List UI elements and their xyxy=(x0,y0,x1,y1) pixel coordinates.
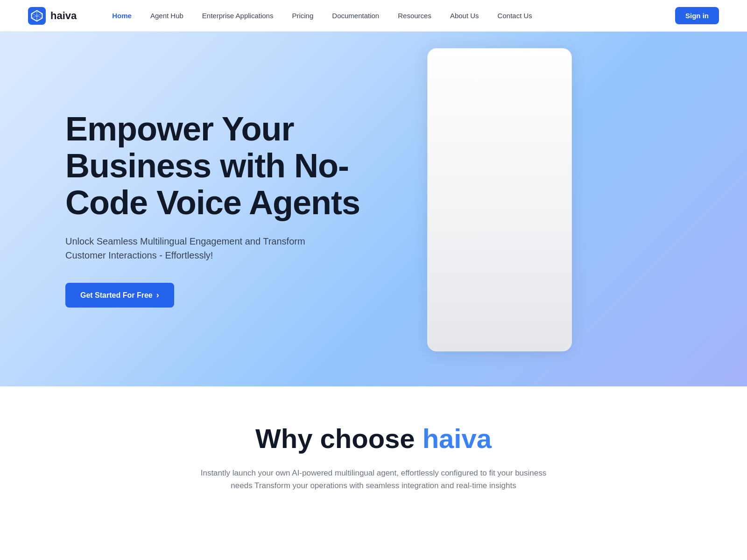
why-choose-heading: Why choose haiva xyxy=(28,424,719,454)
nav-resources[interactable]: Resources xyxy=(390,8,439,23)
nav-home[interactable]: Home xyxy=(105,8,139,23)
hero-cta-label: Get Started For Free xyxy=(80,291,153,300)
brand-name: haiva xyxy=(50,10,77,22)
why-choose-brand: haiva xyxy=(423,423,492,454)
why-choose-text: Why choose xyxy=(255,423,423,454)
nav-agent-hub[interactable]: Agent Hub xyxy=(143,8,191,23)
why-section: Why choose haiva Instantly launch your o… xyxy=(0,386,747,520)
hero-subtitle: Unlock Seamless Multilingual Engagement … xyxy=(65,234,336,262)
logo[interactable]: haiva xyxy=(28,7,77,25)
hero-cta-arrow-icon: › xyxy=(156,290,159,300)
navbar: haiva Home Agent Hub Enterprise Applicat… xyxy=(0,0,747,32)
nav-enterprise[interactable]: Enterprise Applications xyxy=(195,8,281,23)
signin-button[interactable]: Sign in xyxy=(675,7,719,24)
hero-title: Empower Your Business with No-Code Voice… xyxy=(65,111,420,222)
nav-pricing[interactable]: Pricing xyxy=(284,8,321,23)
why-choose-subtitle: Instantly launch your own AI-powered mul… xyxy=(196,467,551,492)
hero-visual xyxy=(420,48,579,351)
nav-documentation[interactable]: Documentation xyxy=(324,8,387,23)
logo-icon xyxy=(28,7,46,25)
hero-cta-button[interactable]: Get Started For Free › xyxy=(65,283,174,308)
nav-links: Home Agent Hub Enterprise Applications P… xyxy=(105,8,675,23)
hero-mockup-card xyxy=(427,48,572,351)
nav-about[interactable]: About Us xyxy=(443,8,486,23)
hero-section: Empower Your Business with No-Code Voice… xyxy=(0,32,747,386)
hero-content: Empower Your Business with No-Code Voice… xyxy=(65,111,420,308)
nav-contact[interactable]: Contact Us xyxy=(490,8,540,23)
